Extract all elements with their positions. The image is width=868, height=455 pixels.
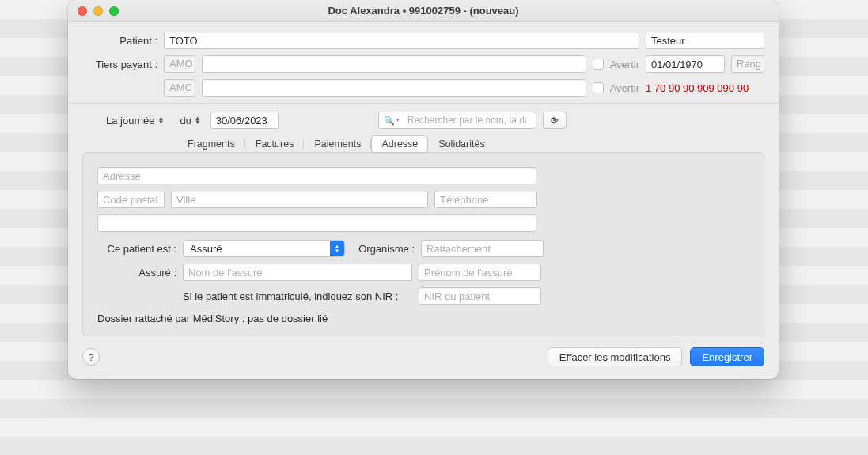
patient-label: Patient : (82, 35, 157, 47)
chevron-down-icon: ▾ (556, 117, 559, 123)
select-stepper-icon (330, 241, 344, 256)
window-title: Doc Alexandra • 991002759 - (nouveau) (68, 5, 779, 17)
amo-row: Tiers payant : AMO Avertir Rang (82, 55, 764, 73)
chevron-down-icon: ▾ (396, 117, 400, 123)
nir-hint: Si le patient est immatriculé, indiquez … (183, 290, 412, 302)
address-input[interactable] (97, 167, 536, 184)
amc-input[interactable] (202, 79, 586, 97)
settings-button[interactable]: ⚙▾ (543, 112, 567, 129)
tab-factures[interactable]: Factures (245, 135, 305, 153)
amo-input[interactable] (202, 55, 586, 73)
filter-toolbar: La journée ▲▼ du ▲▼ 🔍▾ ⚙▾ (100, 112, 764, 129)
nss-value: 1 70 90 90 909 090 90 (646, 82, 764, 94)
extra-line-input[interactable] (97, 214, 536, 232)
postal-input[interactable] (97, 191, 165, 208)
divider (68, 103, 779, 104)
phone-input[interactable] (434, 191, 537, 208)
updown-icon: ▲▼ (195, 116, 201, 124)
scope-value: La journée (106, 115, 154, 127)
tiers-label: Tiers payant : (82, 59, 157, 70)
minimize-icon[interactable] (93, 6, 103, 16)
nir-input[interactable] (419, 287, 541, 305)
search-input[interactable] (403, 113, 531, 127)
organisme-input[interactable] (421, 240, 544, 257)
tab-adresse[interactable]: Adresse (371, 135, 428, 153)
patient-is-select[interactable]: Assuré (183, 240, 345, 257)
updown-icon: ▲▼ (157, 116, 164, 124)
tab-paiements[interactable]: Paiements (304, 135, 371, 153)
assure-label: Assuré : (97, 267, 176, 279)
dossier-link-text: Dossier rattaché par MédiStory : pas de … (97, 313, 749, 324)
amo-badge: AMO (164, 55, 195, 73)
birthdate-input[interactable] (646, 55, 725, 73)
avertir-amc-checkbox[interactable] (593, 82, 604, 93)
tab-solidarites[interactable]: Solidarités (428, 135, 495, 153)
footer: ? Effacer les modifications Enregistrer (82, 347, 764, 366)
amc-badge: AMC (164, 79, 195, 97)
patient-is-label: Ce patient est : (97, 243, 176, 255)
tab-fragments[interactable]: Fragments (177, 135, 245, 153)
avertir-amc-label: Avertir (610, 82, 639, 94)
filter-date-input[interactable] (210, 112, 279, 129)
patient-name-input[interactable] (164, 32, 639, 49)
avertir-amo-checkbox[interactable] (593, 59, 604, 70)
cancel-button[interactable]: Effacer les modifications (548, 347, 683, 366)
assure-nom-input[interactable] (183, 264, 412, 281)
from-select[interactable]: du ▲▼ (173, 112, 203, 129)
tester-input[interactable] (646, 32, 764, 49)
close-icon[interactable] (78, 6, 87, 16)
patient-is-value: Assuré (190, 243, 222, 255)
save-button[interactable]: Enregistrer (690, 347, 764, 366)
content-area: Patient : Tiers payant : AMO Avertir Ran… (68, 22, 779, 379)
help-button[interactable]: ? (82, 348, 100, 366)
help-icon: ? (88, 351, 93, 363)
scope-select[interactable]: La journée ▲▼ (100, 112, 167, 129)
titlebar: Doc Alexandra • 991002759 - (nouveau) (68, 0, 779, 22)
rang-badge: Rang (731, 55, 764, 73)
avertir-amo-label: Avertir (610, 59, 639, 70)
address-panel: Ce patient est : Assuré Organisme : Assu… (82, 152, 764, 336)
app-window: Doc Alexandra • 991002759 - (nouveau) Pa… (68, 0, 779, 379)
organisme-label: Organisme : (351, 243, 415, 255)
search-field[interactable]: 🔍▾ (378, 112, 536, 129)
amc-row: AMC Avertir 1 70 90 90 909 090 90 (82, 79, 764, 97)
from-label: du (180, 115, 191, 127)
city-input[interactable] (171, 191, 428, 208)
tab-bar: Fragments Factures Paiements Adresse Sol… (177, 135, 764, 153)
zoom-icon[interactable] (109, 6, 119, 16)
traffic-lights (68, 6, 119, 16)
assure-prenom-input[interactable] (419, 264, 541, 281)
patient-row: Patient : (82, 32, 764, 49)
search-icon: 🔍 (384, 116, 395, 126)
